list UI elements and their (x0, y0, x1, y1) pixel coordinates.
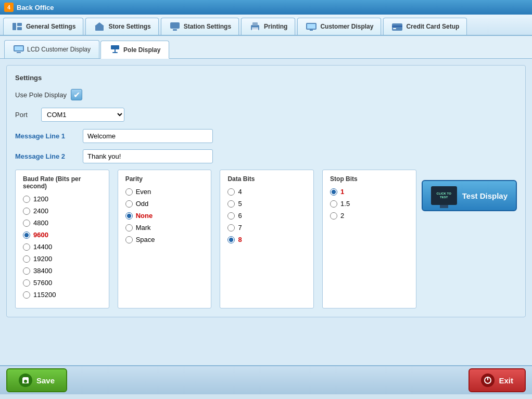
data-bits-group: Data Bits 4 5 6 7 (220, 170, 314, 308)
stop-bits-2-label[interactable]: 2 (340, 212, 344, 220)
baud-rate-title: Baud Rate (Bits per second) (23, 175, 102, 190)
parity-even-label[interactable]: Even (136, 188, 151, 196)
baud-1200-label[interactable]: 1200 (33, 195, 48, 203)
stop-bits-1: 1 (330, 188, 409, 196)
data-bits-7-radio[interactable] (227, 224, 235, 231)
baud-57600-label[interactable]: 57600 (33, 279, 52, 287)
tab-credit-card[interactable]: Credit Card Setup (383, 18, 467, 35)
svg-rect-22 (112, 52, 118, 53)
stop-bits-1-5-label[interactable]: 1.5 (340, 200, 350, 208)
svg-rect-15 (392, 25, 402, 27)
baud-9600-label[interactable]: 9600 (33, 231, 48, 239)
tab-general-settings-label: General Settings (26, 23, 75, 30)
tab-station-settings[interactable]: Station Settings (161, 18, 239, 35)
data-bits-7: 7 (227, 224, 306, 231)
baud-2400: 2400 (23, 207, 102, 215)
parity-even: Even (125, 188, 204, 196)
parity-none-radio[interactable] (125, 212, 133, 220)
save-button[interactable]: Save (6, 368, 67, 392)
data-bits-8-label[interactable]: 8 (238, 236, 242, 243)
data-bits-6: 6 (227, 212, 306, 220)
test-display-screen: CLICK TOTEST (437, 192, 451, 199)
parity-even-radio[interactable] (125, 188, 133, 196)
parity-mark-radio[interactable] (125, 224, 133, 231)
stop-bits-1-label[interactable]: 1 (340, 188, 344, 196)
stop-bits-2-radio[interactable] (330, 212, 337, 220)
baud-14400-radio[interactable] (23, 243, 30, 251)
baud-1200-radio[interactable] (23, 196, 30, 203)
test-display-button[interactable]: CLICK TOTEST Test Display (422, 180, 517, 211)
message-line1-input[interactable] (83, 129, 213, 143)
radio-groups: Baud Rate (Bits per second) 1200 2400 48… (15, 170, 416, 308)
data-bits-4: 4 (227, 188, 306, 196)
baud-14400-label[interactable]: 14400 (33, 243, 52, 251)
data-bits-5-label[interactable]: 5 (238, 200, 242, 208)
baud-38400-label[interactable]: 38400 (33, 267, 52, 275)
baud-38400-radio[interactable] (23, 267, 30, 275)
data-bits-6-radio[interactable] (227, 212, 235, 220)
tab-credit-card-label: Credit Card Setup (406, 23, 459, 30)
baud-38400: 38400 (23, 267, 102, 275)
tab-store-settings-label: Store Settings (108, 23, 150, 30)
radio-and-test: Baud Rate (Bits per second) 1200 2400 48… (15, 170, 517, 308)
tab-store-settings[interactable]: Store Settings (85, 18, 158, 35)
stop-bits-1-5-radio[interactable] (330, 200, 337, 208)
baud-4800-label[interactable]: 4800 (33, 219, 48, 227)
station-settings-icon (169, 21, 181, 32)
exit-button[interactable]: Exit (468, 368, 526, 392)
data-bits-5-radio[interactable] (227, 200, 235, 208)
data-bits-8-radio[interactable] (227, 236, 235, 243)
data-bits-4-radio[interactable] (227, 188, 235, 196)
parity-odd: Odd (125, 200, 204, 208)
svg-rect-20 (111, 45, 119, 49)
tab-printing[interactable]: Printing (241, 18, 295, 35)
parity-odd-label[interactable]: Odd (136, 200, 149, 208)
general-settings-icon (11, 21, 23, 32)
svg-marker-4 (95, 22, 104, 26)
svg-rect-13 (310, 30, 313, 31)
baud-19200-radio[interactable] (23, 255, 30, 263)
data-bits-6-label[interactable]: 6 (238, 212, 242, 220)
use-pole-display-checkbox[interactable]: ✔ (71, 89, 82, 100)
content-area: Settings Use Pole Display ✔ Port COM1 CO… (0, 59, 532, 365)
baud-2400-radio[interactable] (23, 208, 30, 215)
baud-19200-label[interactable]: 19200 (33, 255, 52, 263)
data-bits-title: Data Bits (227, 175, 306, 183)
sub-tab-pole-display[interactable]: Pole Display (100, 41, 169, 59)
port-select[interactable]: COM1 COM2 COM3 COM4 (41, 108, 124, 122)
parity-none-label[interactable]: None (136, 212, 153, 220)
tab-general-settings[interactable]: General Settings (3, 18, 83, 35)
baud-4800-radio[interactable] (23, 220, 30, 227)
baud-115200-radio[interactable] (23, 291, 30, 299)
stop-bits-title: Stop Bits (330, 175, 409, 183)
store-settings-icon (93, 21, 106, 32)
stop-bits-2: 2 (330, 212, 409, 220)
parity-space-radio[interactable] (125, 236, 133, 243)
baud-57600-radio[interactable] (23, 279, 30, 287)
parity-odd-radio[interactable] (125, 200, 133, 208)
baud-9600-radio[interactable] (23, 231, 30, 239)
message-line2-label: Message Line 2 (15, 152, 78, 160)
save-button-label: Save (36, 376, 55, 385)
parity-mark-label[interactable]: Mark (136, 224, 151, 231)
lcd-icon (13, 44, 24, 55)
exit-icon (481, 374, 495, 387)
message-line2-input[interactable] (83, 149, 213, 163)
parity-space-label[interactable]: Space (136, 236, 155, 243)
svg-rect-19 (17, 52, 21, 53)
baud-rate-group: Baud Rate (Bits per second) 1200 2400 48… (15, 170, 109, 308)
stop-bits-1-radio[interactable] (330, 188, 337, 196)
baud-14400: 14400 (23, 243, 102, 251)
baud-4800: 4800 (23, 219, 102, 227)
data-bits-7-label[interactable]: 7 (238, 224, 242, 231)
baud-115200-label[interactable]: 115200 (33, 291, 56, 299)
sub-tab-lcd[interactable]: LCD Customer Display (4, 40, 99, 58)
save-icon (19, 374, 32, 387)
tab-customer-display-label: Customer Display (320, 23, 373, 30)
svg-rect-6 (173, 29, 177, 31)
baud-2400-label[interactable]: 2400 (33, 207, 48, 215)
tab-customer-display[interactable]: Customer Display (297, 18, 381, 35)
main-nav: General Settings Store Settings Station … (0, 15, 532, 36)
svg-rect-8 (252, 22, 258, 25)
data-bits-4-label[interactable]: 4 (238, 188, 242, 196)
